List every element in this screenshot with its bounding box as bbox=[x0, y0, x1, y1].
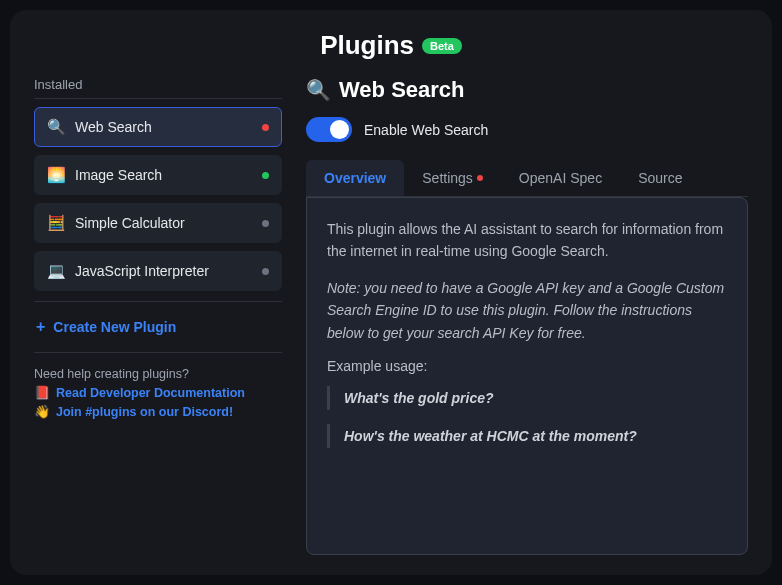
tab-openai-spec[interactable]: OpenAI Spec bbox=[501, 160, 620, 196]
modal-body: Installed 🔍 Web Search 🌅 Image Search 🧮 … bbox=[34, 77, 748, 555]
overview-note: Note: you need to have a Google API key … bbox=[327, 277, 727, 344]
plugin-name: JavaScript Interpreter bbox=[75, 263, 252, 279]
link-label: Join #plugins on our Discord! bbox=[56, 405, 233, 419]
status-dot bbox=[262, 220, 269, 227]
create-plugin-label: Create New Plugin bbox=[53, 319, 176, 335]
toggle-label: Enable Web Search bbox=[364, 122, 488, 138]
plugin-title: Web Search bbox=[339, 77, 465, 103]
plugins-modal: Plugins Beta Installed 🔍 Web Search 🌅 Im… bbox=[10, 10, 772, 575]
developer-docs-link[interactable]: 📕 Read Developer Documentation bbox=[34, 385, 282, 400]
status-dot bbox=[262, 268, 269, 275]
content-area: 🔍 Web Search Enable Web Search Overview … bbox=[306, 77, 748, 555]
page-title: Plugins bbox=[320, 30, 414, 61]
plus-icon: + bbox=[36, 318, 45, 336]
code-icon: 💻 bbox=[47, 262, 65, 280]
image-icon: 🌅 bbox=[47, 166, 65, 184]
tabs: Overview Settings OpenAI Spec Source bbox=[306, 160, 748, 197]
overview-panel: This plugin allows the AI assistant to s… bbox=[306, 197, 748, 555]
tab-label: Source bbox=[638, 170, 682, 186]
book-icon: 📕 bbox=[34, 385, 50, 400]
enable-toggle[interactable] bbox=[306, 117, 352, 142]
tab-label: Overview bbox=[324, 170, 386, 186]
plugin-name: Web Search bbox=[75, 119, 252, 135]
search-icon: 🔍 bbox=[47, 118, 65, 136]
tab-label: Settings bbox=[422, 170, 473, 186]
calculator-icon: 🧮 bbox=[47, 214, 65, 232]
tab-source[interactable]: Source bbox=[620, 160, 700, 196]
tab-overview[interactable]: Overview bbox=[306, 160, 404, 196]
example-item: What's the gold price? bbox=[327, 386, 727, 410]
discord-link[interactable]: 👋 Join #plugins on our Discord! bbox=[34, 404, 282, 419]
status-dot bbox=[262, 172, 269, 179]
enable-toggle-row: Enable Web Search bbox=[306, 117, 748, 142]
content-title: 🔍 Web Search bbox=[306, 77, 748, 103]
link-label: Read Developer Documentation bbox=[56, 386, 245, 400]
sidebar-item-image-search[interactable]: 🌅 Image Search bbox=[34, 155, 282, 195]
notification-dot bbox=[477, 175, 483, 181]
example-label: Example usage: bbox=[327, 358, 727, 374]
installed-label: Installed bbox=[34, 77, 282, 99]
plugin-name: Simple Calculator bbox=[75, 215, 252, 231]
overview-description: This plugin allows the AI assistant to s… bbox=[327, 218, 727, 263]
sidebar: Installed 🔍 Web Search 🌅 Image Search 🧮 … bbox=[34, 77, 282, 555]
plugin-name: Image Search bbox=[75, 167, 252, 183]
beta-badge: Beta bbox=[422, 38, 462, 54]
sidebar-item-calculator[interactable]: 🧮 Simple Calculator bbox=[34, 203, 282, 243]
divider bbox=[34, 352, 282, 353]
sidebar-item-js-interpreter[interactable]: 💻 JavaScript Interpreter bbox=[34, 251, 282, 291]
tab-settings[interactable]: Settings bbox=[404, 160, 501, 196]
wave-icon: 👋 bbox=[34, 404, 50, 419]
divider bbox=[34, 301, 282, 302]
create-plugin-button[interactable]: + Create New Plugin bbox=[34, 312, 282, 342]
status-dot bbox=[262, 124, 269, 131]
tab-label: OpenAI Spec bbox=[519, 170, 602, 186]
example-item: How's the weather at HCMC at the moment? bbox=[327, 424, 727, 448]
search-icon: 🔍 bbox=[306, 78, 331, 102]
modal-header: Plugins Beta bbox=[34, 30, 748, 61]
help-text: Need help creating plugins? bbox=[34, 367, 282, 381]
sidebar-item-web-search[interactable]: 🔍 Web Search bbox=[34, 107, 282, 147]
toggle-knob bbox=[330, 120, 349, 139]
